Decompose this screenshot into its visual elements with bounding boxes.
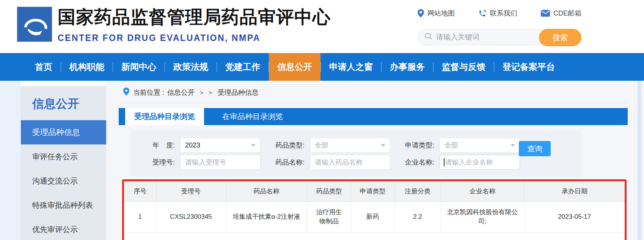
text-cursor (444, 158, 445, 166)
apply-type-label: 申请类型: (401, 141, 434, 150)
quick-links: 网站地图 联系我们 CDE邮箱 (418, 8, 581, 18)
quick-link-mail[interactable]: CDE邮箱 (541, 9, 581, 18)
main-nav: 首页 机构职能 新闻中心 政策法规 党建工作 信息公开 申请人之窗 办事服务 监… (0, 53, 644, 81)
breadcrumb-pin-icon (123, 88, 133, 97)
nav-item-home[interactable]: 首页 (27, 53, 61, 81)
tab-bar: 受理品种目录浏览 在审品种目录浏览 (119, 108, 628, 125)
query-button[interactable]: 查询 (519, 141, 551, 156)
nav-item-supervision[interactable]: 监督与反馈 (434, 53, 494, 81)
filter-row-1: 年 度: 2023 药品类型: 全部 申请类型: 全部 (141, 138, 581, 153)
tab-under-review-catalog[interactable]: 在审品种目录浏览 (213, 108, 292, 125)
company-name-label: 企业名称: (401, 158, 434, 167)
filter-row-2: 受理号: 药品名称: 企业名称: 请输入企业名称 (141, 155, 581, 170)
vertical-scrollbar[interactable] (638, 81, 641, 240)
sidebar: 信息公开 受理品种信息 审评任务公示 沟通交流公示 特殊审批品种列表 优先审评公… (21, 86, 106, 240)
col-header-date: 承办日期 (524, 181, 625, 201)
sidebar-item-review-tasks[interactable]: 审评任务公示 (21, 144, 106, 169)
sidebar-item-priority-review[interactable]: 优先审评公示 (21, 217, 106, 240)
drug-type-select[interactable]: 全部 (310, 138, 390, 153)
quick-link-contact[interactable]: 联系我们 (478, 9, 517, 18)
mail-icon (541, 10, 550, 17)
cell-date: 2023-05-17 (524, 201, 625, 232)
breadcrumb-prefix: 当前位置 : (133, 88, 164, 97)
year-select[interactable]: 2023 (180, 138, 261, 153)
acceptance-no-input[interactable] (180, 155, 261, 170)
cde-logo-icon[interactable] (17, 7, 52, 42)
site-title: 国家药品监督管理局药品审评中心 (58, 5, 331, 29)
nav-item-party[interactable]: 党建工作 (217, 53, 269, 81)
breadcrumb-divider (119, 103, 628, 103)
quick-link-sitemap[interactable]: 网站地图 (418, 9, 455, 18)
cell-acceptance-no: CXSL2300345 (156, 201, 226, 232)
cell-drug-name: 培集成干扰素α-2注射液 (226, 201, 307, 232)
col-header-drug-name: 药品名称 (226, 181, 307, 201)
page-body: 信息公开 受理品种信息 审评任务公示 沟通交流公示 特殊审批品种列表 优先审评公… (0, 81, 644, 240)
search-button[interactable]: 搜索 (539, 29, 581, 46)
highlight-red-box: 序号 受理号 药品名称 药品类型 申请类型 注册分类 企业名称 承办日期 1 (122, 179, 627, 240)
col-header-company: 企业名称 (441, 181, 524, 201)
tab-accepted-catalog[interactable]: 受理品种目录浏览 (125, 108, 204, 125)
results-table: 序号 受理号 药品名称 药品类型 申请类型 注册分类 企业名称 承办日期 1 (124, 181, 625, 233)
main-content: 当前位置 : 信息公开 ＞ ＞ 受理品种信息 受理品种目录浏览 在审品种目录浏览… (106, 81, 628, 240)
breadcrumb-current: 受理品种信息 (218, 88, 259, 97)
page-root: 国家药品监督管理局药品审评中心 CENTER FOR DRUG EVALUATI… (0, 0, 644, 240)
sidebar-title: 信息公开 (21, 86, 106, 120)
nav-item-registration-platform[interactable]: 登记备案平台 (494, 53, 563, 81)
cell-company: 北京凯因科技股份有限公司; (441, 201, 524, 232)
breadcrumb: 当前位置 : 信息公开 ＞ ＞ 受理品种信息 (123, 88, 628, 97)
quick-link-label: CDE邮箱 (553, 9, 581, 18)
cell-apply-type: 新药 (351, 201, 394, 232)
sidebar-item-special-approval[interactable]: 特殊审批品种列表 (21, 193, 106, 217)
filter-panel: 年 度: 2023 药品类型: 全部 申请类型: 全部 (131, 130, 581, 177)
company-name-input[interactable]: 请输入企业名称 (440, 155, 520, 170)
chevron-down-icon (381, 144, 385, 147)
nav-item-functions[interactable]: 机构职能 (61, 53, 113, 81)
breadcrumb-section[interactable]: 信息公开 (167, 88, 195, 97)
apply-type-select[interactable]: 全部 (440, 138, 520, 153)
drug-type-label: 药品类型: (271, 141, 305, 150)
nav-item-policy[interactable]: 政策法规 (165, 53, 217, 81)
drug-name-input[interactable] (310, 155, 390, 170)
drug-name-label: 药品名称: (271, 158, 305, 167)
year-select-value: 2023 (185, 141, 200, 149)
chevron-down-icon (251, 144, 256, 147)
sidebar-item-communication[interactable]: 沟通交流公示 (21, 169, 106, 193)
nav-item-services[interactable]: 办事服务 (382, 53, 433, 81)
location-pin-icon (418, 9, 424, 17)
cell-drug-type: 治疗用生物制品 (307, 201, 351, 232)
drug-type-select-value: 全部 (315, 141, 328, 150)
chevron-down-icon (510, 144, 515, 147)
header-right: 网站地图 联系我们 CDE邮箱 (418, 8, 581, 45)
cell-reg-class: 2.2 (394, 201, 441, 232)
site-header: 国家药品监督管理局药品审评中心 CENTER FOR DRUG EVALUATI… (0, 0, 644, 53)
nav-item-applicant-window[interactable]: 申请人之窗 (321, 53, 381, 81)
phone-icon (478, 9, 486, 17)
sidebar-item-accepted-varieties[interactable]: 受理品种信息 (21, 120, 106, 144)
table-header-row: 序号 受理号 药品名称 药品类型 申请类型 注册分类 企业名称 承办日期 (124, 181, 625, 201)
nav-item-news[interactable]: 新闻中心 (113, 53, 165, 81)
col-header-acceptance-no: 受理号 (156, 181, 226, 201)
left-margin-strip (0, 81, 21, 240)
site-subtitle: CENTER FOR DRUG EVALUATION, NMPA (58, 33, 331, 43)
acceptance-no-label: 受理号: (141, 158, 175, 167)
search-icon (418, 33, 432, 42)
nav-item-info-disclosure[interactable]: 信息公开 (269, 53, 320, 81)
table-row: 1 CXSL2300345 培集成干扰素α-2注射液 治疗用生物制品 新药 2.… (124, 201, 625, 232)
company-name-placeholder: 请输入企业名称 (445, 158, 493, 167)
year-label: 年 度: (141, 141, 175, 150)
col-header-apply-type: 申请类型 (351, 181, 394, 201)
search-bar: 搜索 (418, 29, 581, 45)
quick-link-label: 网站地图 (427, 9, 455, 18)
site-titles: 国家药品监督管理局药品审评中心 CENTER FOR DRUG EVALUATI… (58, 5, 331, 43)
apply-type-select-value: 全部 (445, 141, 458, 150)
right-margin-strip (628, 81, 644, 240)
col-header-drug-type: 药品类型 (307, 181, 351, 201)
col-header-reg-class: 注册分类 (394, 181, 441, 201)
col-header-seq: 序号 (124, 181, 156, 201)
breadcrumb-separator: ＞ ＞ (198, 88, 214, 97)
cell-seq: 1 (124, 201, 156, 232)
quick-link-label: 联系我们 (490, 9, 517, 18)
